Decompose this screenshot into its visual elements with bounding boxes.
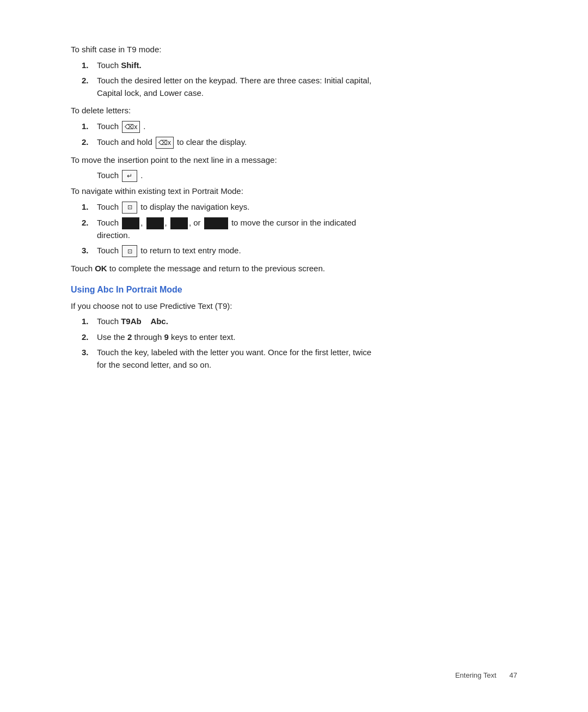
list-number: 1.	[82, 315, 97, 328]
delete-list: 1. Touch ⌫x . 2. Touch and hold ⌫x to cl…	[71, 120, 517, 149]
list-content: Use the 2 through 9 keys to enter text.	[97, 331, 517, 344]
nav-box-2	[146, 217, 164, 229]
list-number: 1.	[82, 201, 97, 214]
abc-list: 1. Touch T9Ab Abc. 2. Use the 2 through …	[71, 315, 517, 371]
abc-intro: If you choose not to use Predictive Text…	[71, 300, 517, 313]
key-2-bold: 2	[127, 332, 132, 342]
list-number: 2.	[82, 331, 97, 344]
nav-box-4	[204, 217, 228, 229]
navigate-list: 1. Touch ⊡ to display the navigation key…	[71, 201, 517, 258]
enter-key: ↵	[122, 170, 137, 182]
list-item: 3. Touch the key, labeled with the lette…	[71, 346, 517, 371]
list-content: Touch and hold ⌫x to clear the display.	[97, 136, 517, 149]
t9ab-bold: T9Ab	[121, 317, 142, 326]
delete-intro: To delete letters:	[71, 105, 517, 117]
list-number: 3.	[82, 346, 97, 359]
list-content: Touch the desired letter on the keypad. …	[97, 75, 517, 99]
nav-key-3: ⊡	[122, 245, 137, 257]
list-content: Touch ⌫x .	[97, 120, 517, 133]
list-content: Touch T9Ab Abc.	[97, 315, 517, 328]
footer-label: Entering Text	[455, 671, 497, 679]
navigate-intro: To navigate within existing text in Port…	[71, 185, 517, 198]
footer: Entering Text 47	[455, 671, 517, 679]
ok-line: Touch OK to complete the message and ret…	[71, 263, 517, 275]
key-9-bold: 9	[164, 332, 168, 342]
shift-case-intro: To shift case in T9 mode:	[71, 44, 517, 56]
list-item: 1. Touch T9Ab Abc.	[71, 315, 517, 328]
backspace-key-hold: ⌫x	[156, 137, 174, 149]
list-content: Touch Shift.	[97, 59, 517, 72]
insert-touch-line: Touch ↵ .	[97, 169, 517, 182]
page-content: To shift case in T9 mode: 1. Touch Shift…	[0, 0, 588, 420]
list-item: 2. Use the 2 through 9 keys to enter tex…	[71, 331, 517, 344]
direction-text: direction.	[97, 230, 130, 240]
list-number: 1.	[82, 59, 97, 72]
abc-bold: Abc.	[150, 317, 168, 326]
nav-box-3	[170, 217, 188, 229]
list-content: Touch , , , or to move the cursor in the…	[97, 217, 517, 242]
list-content: Touch the key, labeled with the letter y…	[97, 346, 517, 371]
footer-page-number: 47	[510, 671, 517, 679]
list-content: Touch ⊡ to display the navigation keys.	[97, 201, 517, 214]
shift-case-list: 1. Touch Shift. 2. Touch the desired let…	[71, 59, 517, 100]
list-item: 2. Touch the desired letter on the keypa…	[71, 75, 517, 99]
shift-bold: Shift.	[121, 60, 142, 70]
backspace-key: ⌫x	[122, 121, 140, 133]
list-item: 1. Touch ⊡ to display the navigation key…	[71, 201, 517, 214]
list-number: 1.	[82, 120, 97, 133]
insert-intro: To move the insertion point to the next …	[71, 154, 517, 167]
list-number: 2.	[82, 75, 97, 87]
list-item: 1. Touch ⌫x .	[71, 120, 517, 133]
abc-section-heading: Using Abc In Portrait Mode	[71, 285, 517, 295]
list-content: Touch ⊡ to return to text entry mode.	[97, 245, 517, 257]
ok-bold: OK	[95, 264, 107, 273]
list-number: 2.	[82, 217, 97, 229]
list-item: 1. Touch Shift.	[71, 59, 517, 72]
list-number: 2.	[82, 136, 97, 149]
list-item: 3. Touch ⊡ to return to text entry mode.	[71, 245, 517, 257]
list-number: 3.	[82, 245, 97, 257]
list-item: 2. Touch , , , or to move the cursor in …	[71, 217, 517, 242]
nav-box-1	[122, 217, 139, 229]
nav-key-1: ⊡	[122, 202, 137, 214]
list-item: 2. Touch and hold ⌫x to clear the displa…	[71, 136, 517, 149]
